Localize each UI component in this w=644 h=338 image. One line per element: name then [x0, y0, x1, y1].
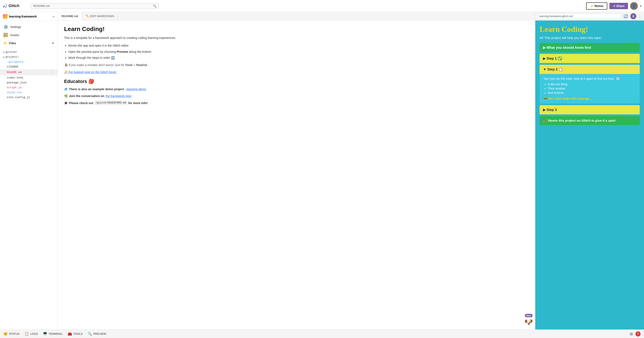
status-label: STATUS — [9, 332, 20, 335]
preview-url-bar: learning-framework.glitch.me/ — [538, 14, 621, 19]
preview-remix[interactable]: 🎉 Remix this project on Glitch to give i… — [540, 116, 640, 125]
collapse-button[interactable]: « — [52, 15, 54, 18]
avatar-chevron[interactable]: ▾ — [640, 4, 642, 8]
project-name: learning-framework — [3, 14, 37, 19]
section-change-text: 🚧 OK, now make this change... — [544, 97, 636, 100]
bottom-item-terminal[interactable]: 🖥️ TERMINAL — [43, 332, 62, 336]
tab-readme[interactable]: README.md — [58, 12, 82, 20]
educator-item-1: 🗺️ There is also an example demo project… — [64, 87, 529, 91]
add-file-button[interactable]: + — [52, 41, 54, 45]
bottom-item-preview[interactable]: 🔍 PREVIEW — [88, 332, 106, 336]
educators-title: Educators 🎒 — [64, 79, 529, 84]
section-body-list: It did one thing Then another And anothe… — [548, 83, 636, 94]
tools-label: TOOLS — [73, 332, 83, 335]
search-icon: 🔍 — [153, 4, 156, 8]
refresh-button[interactable]: 🔄 — [623, 13, 629, 19]
section-step2[interactable]: ▼ Step 2 📋 Yay! you ran the code, look a… — [540, 65, 640, 103]
file-script[interactable]: script.js — [0, 85, 58, 90]
folder-glitch[interactable]: ▶ glitch/ — [0, 50, 58, 55]
section-label-what: ▶ What you should know first — [543, 46, 591, 50]
file-options-button[interactable]: ⋮ — [50, 70, 54, 74]
warning-note: 🦆 If you make a mistake don't worry! Jus… — [64, 63, 529, 67]
section-header-step3[interactable]: ▶ Step 3 — [540, 105, 640, 114]
section-label-step2: ▼ Step 2 📋 — [543, 67, 563, 71]
logo-icon: 🎣 — [2, 4, 7, 8]
chevron-icon: ▶ — [4, 51, 5, 53]
grid-icon[interactable]: ⊞ — [630, 331, 633, 336]
file-gitignore[interactable]: .gitignore — [0, 59, 58, 64]
section-what-you-should-know[interactable]: ▶ What you should know first — [540, 43, 640, 52]
section-label-step1: ▶ Step 1 ✅ — [543, 56, 562, 61]
logo-text: Glitch — [8, 4, 20, 8]
file-index[interactable]: index.html — [0, 75, 58, 80]
folder-project[interactable]: ▶ project/ — [0, 55, 58, 59]
remix-text: 🎉 Remix this project on Glitch to give i… — [543, 119, 616, 122]
avatar[interactable]: 👤 — [630, 2, 638, 10]
list-item: Then another — [548, 87, 636, 90]
main-layout: learning-framework « ⚙️ Settings 🖼️ Asse… — [0, 12, 644, 329]
preview-toolbar: learning-framework.glitch.me/ 🔄 II ⋮ — [535, 12, 644, 21]
search-bar[interactable]: 🔍 — [31, 3, 159, 9]
file-license[interactable]: LICENSE — [0, 64, 58, 69]
project-icon — [3, 14, 8, 19]
section-step1[interactable]: ▶ Step 1 ✅ — [540, 54, 640, 63]
help-button[interactable]: ? — [636, 331, 640, 336]
section-header-step1[interactable]: ▶ Step 1 ✅ — [540, 54, 640, 63]
logs-label: LOGS — [30, 332, 38, 335]
file-style[interactable]: style.css — [0, 90, 58, 95]
educator-item-2: 🌿 Join the conversation on the framework… — [64, 94, 529, 98]
section-step3[interactable]: ▶ Step 3 — [540, 105, 640, 114]
files-icon: 📁 — [4, 42, 7, 45]
sidebar-header: learning-framework « — [0, 12, 58, 21]
topbar-right: ⚡ Remix ↗ Share 👤 ▾ — [586, 2, 642, 10]
sidebar-item-assets[interactable]: 🖼️ Assets — [0, 31, 58, 39]
list-item: Open the preview pane by choosing Previe… — [68, 49, 529, 54]
file-readme[interactable]: README.md ⋮ — [0, 69, 58, 75]
preview-area: learning-framework.glitch.me/ 🔄 II ⋮ Lea… — [535, 12, 644, 329]
settings-icon: ⚙️ — [4, 25, 8, 29]
terminal-icon: 🖥️ — [43, 332, 47, 336]
editor-content: Learn Coding! This is a template for a f… — [58, 21, 535, 329]
remix-button[interactable]: ⚡ Remix — [586, 2, 607, 10]
bottom-item-status[interactable]: 😊 STATUS — [4, 332, 20, 336]
search-input[interactable] — [33, 4, 153, 8]
preview-label: PREVIEW — [93, 332, 106, 335]
list-item: Work through the steps in order ➡️ — [68, 55, 529, 60]
editor-tabs: README.md ✏️ EDIT MARKDOWN — [58, 12, 535, 21]
tab-edit-markdown[interactable]: ✏️ EDIT MARKDOWN — [82, 12, 118, 20]
preview-content: Learn Coding! Hi! This project will help… — [535, 21, 644, 329]
bottom-item-tools[interactable]: 🧰 TOOLS — [68, 332, 83, 336]
topbar: 🎣 Glitch 🔍 ⚡ Remix ↗ Share 👤 ▾ — [0, 0, 644, 12]
logo: 🎣 Glitch — [2, 4, 28, 8]
section-header-what[interactable]: ▶ What you should know first — [540, 43, 640, 52]
terminal-label: TERMINAL — [48, 332, 62, 335]
framework-repo-link[interactable]: the framework repo — [106, 94, 132, 98]
pause-button[interactable]: II — [630, 13, 636, 19]
preview-icon: 🔍 — [88, 332, 92, 336]
preview-more-button[interactable]: ⋮ — [638, 14, 642, 19]
support-link-paragraph: 🧭 For support post on the Glitch forum — [64, 70, 529, 74]
logs-icon: 📋 — [24, 332, 29, 336]
assets-icon: 🖼️ — [4, 33, 8, 37]
file-vite[interactable]: vite.config.js — [0, 95, 58, 100]
preview-inner: Learn Coding! Hi! This project will help… — [535, 21, 644, 129]
sidebar-files-header[interactable]: 📁 Files + — [0, 39, 58, 47]
file-package[interactable]: package.json — [0, 80, 58, 85]
content-steps-list: Remix this app and open it in the Glitch… — [68, 43, 529, 60]
share-button[interactable]: ↗ Share — [610, 3, 628, 9]
section-header-step2[interactable]: ▼ Step 2 📋 — [540, 65, 640, 74]
sidebar-item-settings[interactable]: ⚙️ Settings — [0, 23, 58, 31]
chevron-icon: ▶ — [4, 56, 5, 58]
bottom-item-logs[interactable]: 📋 LOGS — [24, 332, 38, 336]
section-body-step2: Yay! you ran the code, look at it again … — [540, 74, 640, 103]
support-link[interactable]: 🧭 For support post on the Glitch forum — [64, 70, 116, 74]
editor-area: README.md ✏️ EDIT MARKDOWN Learn Coding!… — [58, 12, 535, 329]
preview-subtitle: Hi! This project will help you learn thi… — [540, 36, 640, 40]
content-title: Learn Coding! — [64, 26, 529, 33]
educator-item-3: 🎓 Please check out /glitch/EDUCATORS.md … — [64, 101, 529, 105]
project-name-text: learning-framework — [9, 15, 37, 18]
bottom-bar: 😊 STATUS 📋 LOGS 🖥️ TERMINAL 🧰 TOOLS 🔍 PR… — [0, 329, 644, 338]
learning-demo-link[interactable]: ~learning-demo — [125, 87, 146, 91]
content-intro: This is a template for a framework appro… — [64, 36, 529, 40]
status-icon: 😊 — [4, 332, 8, 336]
